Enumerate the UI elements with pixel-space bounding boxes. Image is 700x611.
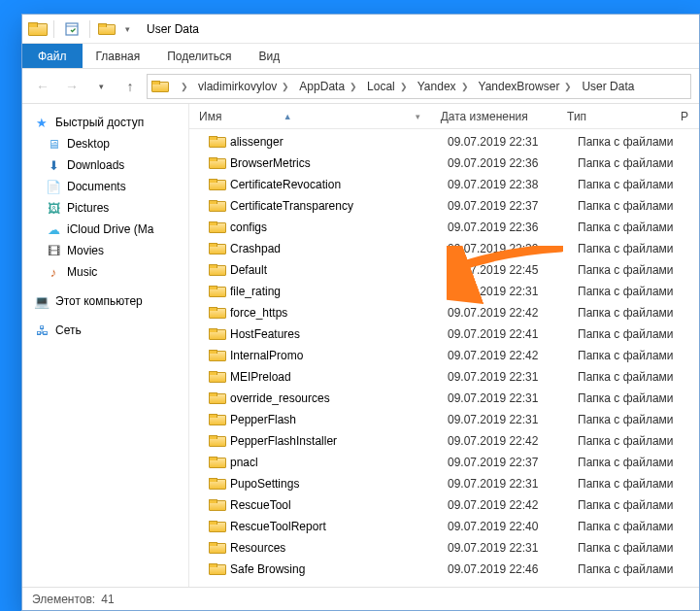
separator [89,20,90,38]
properties-icon[interactable] [62,19,82,39]
sidebar-item-pictures[interactable]: 🖼 Pictures [22,197,188,219]
sidebar-item-movies[interactable]: 🎞 Movies [22,240,188,261]
crumb-label: Local [367,80,395,93]
file-name: MEIPreload [230,370,291,384]
cell-type: Папка с файлами [568,477,684,491]
cell-type: Папка с файлами [568,456,684,469]
table-row[interactable]: configs09.07.2019 22:36Папка с файлами [189,217,699,238]
cell-type: Папка с файлами [568,306,684,320]
crumb-label: vladimirkovylov [198,80,277,93]
folder-icon [209,307,224,319]
table-row[interactable]: PepperFlash09.07.2019 22:31Папка с файла… [189,409,699,430]
table-row[interactable]: HostFeatures09.07.2019 22:41Папка с файл… [189,323,699,345]
tab-view[interactable]: Вид [245,44,293,68]
file-name: CertificateTransparency [230,199,353,213]
cloud-icon: ☁ [46,221,61,237]
cell-date: 09.07.2019 22:37 [438,199,568,213]
file-name: configs [230,221,267,234]
column-header-size[interactable]: Р [671,104,699,128]
sidebar-item-quick-access[interactable]: ★ Быстрый доступ [22,112,188,133]
cell-name: override_resources [189,391,438,405]
column-header-name[interactable]: Имя ▲ ▾ [189,104,431,128]
crumb-4[interactable]: YandexBrowser❯ [474,75,578,98]
table-row[interactable]: Crashpad09.07.2019 22:30Папка с файлами [189,238,699,259]
cell-date: 09.07.2019 22:42 [438,434,568,448]
table-row[interactable]: PepperFlashInstaller09.07.2019 22:42Папк… [189,430,699,452]
cell-type: Папка с файлами [568,135,684,149]
file-list-pane: Имя ▲ ▾ Дата изменения Тип Р alissenger0… [189,104,699,587]
cell-name: PepperFlashInstaller [189,434,438,448]
table-row[interactable]: Resources09.07.2019 22:31Папка с файлами [189,537,699,559]
table-row[interactable]: RescueTool09.07.2019 22:42Папка с файлам… [189,494,699,516]
cell-type: Папка с файлами [568,221,684,234]
folder-icon [209,136,224,148]
address-bar[interactable]: ❯ vladimirkovylov❯ AppData❯ Local❯ Yande… [147,74,691,99]
cell-date: 09.07.2019 22:36 [438,156,568,170]
computer-icon: 💻 [34,293,50,309]
crumb-1[interactable]: AppData❯ [294,75,362,98]
sidebar-item-this-pc[interactable]: 💻 Этот компьютер [22,290,188,312]
table-row[interactable]: PupoSettings09.07.2019 22:31Папка с файл… [189,473,699,494]
cell-date: 09.07.2019 22:42 [438,349,568,362]
tab-share[interactable]: Поделиться [153,44,245,68]
table-row[interactable]: file_rating09.07.2019 22:31Папка с файла… [189,281,699,302]
back-button[interactable]: ← [30,74,55,99]
sidebar-item-music[interactable]: ♪ Music [22,261,188,283]
folder-icon [209,392,224,404]
column-headers: Имя ▲ ▾ Дата изменения Тип Р [189,104,699,129]
crumb-5[interactable]: User Data [577,75,639,98]
cell-name: CertificateTransparency [189,199,438,213]
table-row[interactable]: pnacl09.07.2019 22:37Папка с файлами [189,452,699,473]
folder-icon [209,478,224,490]
recent-dropdown-icon[interactable]: ▾ [88,74,114,99]
sort-asc-icon: ▲ [283,112,292,121]
crumb-3[interactable]: Yandex❯ [413,75,474,98]
svg-rect-0 [66,23,78,35]
cell-type: Папка с файлами [568,498,684,512]
column-header-date[interactable]: Дата изменения [431,104,557,128]
sidebar-item-label: iCloud Drive (Ma [67,222,153,236]
desktop-icon: 🖥 [46,136,61,152]
table-row[interactable]: InternalPromo09.07.2019 22:42Папка с фай… [189,345,699,366]
new-folder-icon[interactable] [98,23,114,35]
up-button[interactable]: ↑ [117,74,143,99]
documents-icon: 📄 [46,179,61,194]
sidebar-item-downloads[interactable]: ⬇ Downloads [22,154,188,176]
file-name: BrowserMetrics [230,156,311,170]
folder-icon [209,243,224,255]
tab-home[interactable]: Главная [83,44,154,68]
sidebar-item-icloud[interactable]: ☁ iCloud Drive (Ma [22,219,188,240]
table-row[interactable]: override_resources09.07.2019 22:31Папка … [189,388,699,409]
cell-date: 09.07.2019 22:31 [438,541,568,555]
sidebar-item-documents[interactable]: 📄 Documents [22,176,188,197]
crumb-0[interactable]: vladimirkovylov❯ [193,75,294,98]
table-row[interactable]: alissenger09.07.2019 22:31Папка с файлам… [189,131,699,153]
qat-dropdown-icon[interactable]: ▾ [117,19,137,39]
forward-button[interactable]: → [59,74,84,99]
table-row[interactable]: Default09.07.2019 22:45Папка с файлами [189,259,699,281]
table-row[interactable]: RescueToolReport09.07.2019 22:40Папка с … [189,516,699,537]
sidebar-item-desktop[interactable]: 🖥 Desktop [22,133,188,154]
file-menu[interactable]: Файл [22,44,83,68]
table-row[interactable]: CertificateTransparency09.07.2019 22:37П… [189,195,699,217]
table-row[interactable]: Safe Browsing09.07.2019 22:46Папка с фай… [189,559,699,580]
file-name: force_https [230,306,287,320]
sidebar-item-label: Этот компьютер [55,294,143,308]
cell-type: Папка с файлами [568,434,684,448]
column-header-type[interactable]: Тип [557,104,671,128]
crumb-chevron-first[interactable]: ❯ [171,75,193,98]
table-row[interactable]: BrowserMetrics09.07.2019 22:36Папка с фа… [189,153,699,174]
sidebar-item-network[interactable]: 🖧 Сеть [22,320,188,341]
crumb-2[interactable]: Local❯ [362,75,413,98]
folder-icon [209,350,224,361]
file-rows[interactable]: alissenger09.07.2019 22:31Папка с файлам… [189,129,699,587]
column-dropdown-icon[interactable]: ▾ [416,112,420,121]
status-bar: Элементов: 41 [22,587,699,610]
table-row[interactable]: force_https09.07.2019 22:42Папка с файла… [189,302,699,323]
cell-type: Папка с файлами [568,413,684,426]
cell-type: Папка с файлами [568,178,684,191]
title-bar: ▾ User Data [22,15,699,44]
cell-date: 09.07.2019 22:45 [438,263,568,277]
table-row[interactable]: MEIPreload09.07.2019 22:31Папка с файлам… [189,366,699,388]
table-row[interactable]: CertificateRevocation09.07.2019 22:38Пап… [189,174,699,195]
